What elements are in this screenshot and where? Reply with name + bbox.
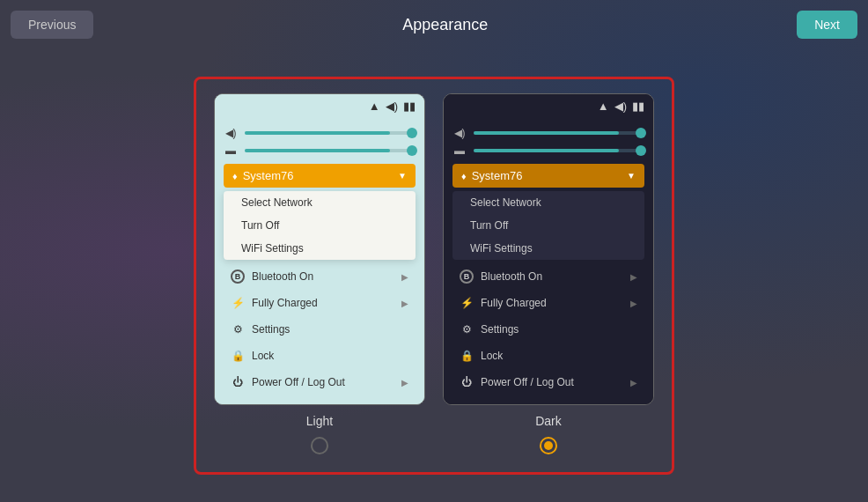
menu-body-light: ◀) ▬ ♦ [215,118,424,404]
br-slider-thumb-dark [636,145,646,156]
menu-body-dark: ◀) ▬ ♦ [444,118,653,404]
menu-item-power-light[interactable]: ⏻ Power Off / Log Out ▶ [224,369,416,395]
slider-row-br-dark: ▬ [452,144,644,157]
power-label-dark: Power Off / Log Out [481,376,623,388]
radio-light[interactable] [311,437,328,454]
vol-slider-thumb-dark [636,128,646,138]
main-content: ▲ ◀) ▮▮ ◀) ▬ [0,49,868,502]
br-slider-fill-dark [474,149,619,152]
br-slider-track-dark[interactable] [474,149,644,152]
wifi-submenu-dark: Select Network Turn Off WiFi Settings [452,191,644,260]
wifi-submenu-light: Select Network Turn Off WiFi Settings [224,191,416,260]
br-slider-icon-light: ▬ [224,144,238,157]
lock-label-light: Lock [252,350,408,362]
menu-item-bluetooth-light[interactable]: B Bluetooth On ▶ [224,263,416,290]
submenu-item-select-network-dark[interactable]: Select Network [452,191,644,214]
wifi-arrow-dark: ▼ [627,171,636,181]
wifi-name-light: System76 [243,169,393,182]
battery-icon-dark: ⚡ [460,296,474,310]
power-arrow-dark: ▶ [630,378,637,388]
settings-icon-dark: ⚙ [460,322,474,336]
bluetooth-icon-dark: B [460,269,474,284]
radio-inner-dark [544,441,553,450]
radio-dark[interactable] [540,437,557,454]
battery-label-dark: Fully Charged [481,297,623,309]
power-icon-dark: ⏻ [460,375,474,389]
vol-slider-icon-light: ◀) [224,127,238,139]
next-button[interactable]: Next [797,11,857,39]
bluetooth-label-light: Bluetooth On [252,270,394,283]
theme-option-dark: ▲ ◀) ▮▮ ◀) ▬ [443,93,654,454]
menu-item-lock-light[interactable]: 🔒 Lock [224,343,416,369]
power-arrow-light: ▶ [401,378,408,388]
vol-status-icon-light: ◀) [386,100,398,113]
lock-icon-dark: 🔒 [460,349,474,363]
phone-mockup-dark: ▲ ◀) ▮▮ ◀) ▬ [443,93,654,405]
menu-item-lock-dark[interactable]: 🔒 Lock [452,343,644,369]
battery-icon-light: ⚡ [231,296,245,310]
bat-status-icon-light: ▮▮ [403,100,416,113]
vol-slider-fill-dark [474,131,619,135]
wifi-arrow-light: ▼ [398,171,407,181]
vol-slider-track-light[interactable] [245,131,416,135]
battery-arrow-dark: ▶ [630,299,637,308]
wifi-dropdown-light[interactable]: ♦ System76 ▼ [224,164,416,188]
selection-box: ▲ ◀) ▮▮ ◀) ▬ [194,77,674,475]
page-title: Appearance [402,16,488,34]
bluetooth-icon-light: B [231,269,245,284]
menu-item-settings-dark[interactable]: ⚙ Settings [452,316,644,343]
menu-item-battery-light[interactable]: ⚡ Fully Charged ▶ [224,290,416,316]
br-slider-track-light[interactable] [245,149,416,152]
menu-item-bluetooth-dark[interactable]: B Bluetooth On ▶ [452,263,644,290]
submenu-item-select-network-light[interactable]: Select Network [224,191,416,214]
br-slider-fill-light [245,149,390,152]
vol-slider-track-dark[interactable] [474,131,644,135]
bluetooth-arrow-light: ▶ [401,272,408,282]
wifi-status-icon-light: ▲ [369,100,380,113]
vol-slider-fill-light [245,131,390,135]
power-label-light: Power Off / Log Out [252,376,394,388]
wifi-dropdown-dark[interactable]: ♦ System76 ▼ [452,164,644,188]
submenu-item-wifi-settings-dark[interactable]: WiFi Settings [452,237,644,260]
theme-option-light: ▲ ◀) ▮▮ ◀) ▬ [214,93,425,454]
lock-icon-light: 🔒 [231,349,245,363]
slider-row-vol-light: ◀) [224,127,416,139]
settings-label-dark: Settings [481,323,637,336]
menu-item-power-dark[interactable]: ⏻ Power Off / Log Out ▶ [452,369,644,395]
lock-label-dark: Lock [481,350,637,362]
slider-row-vol-dark: ◀) [452,127,644,139]
vol-status-icon-dark: ◀) [614,100,627,113]
theme-label-dark: Dark [535,414,562,428]
wifi-status-icon-dark: ▲ [598,100,609,113]
phone-mockup-light: ▲ ◀) ▮▮ ◀) ▬ [214,93,425,405]
bluetooth-label-dark: Bluetooth On [481,270,623,283]
slider-row-br-light: ▬ [224,144,416,157]
battery-arrow-light: ▶ [401,299,408,308]
battery-label-light: Fully Charged [252,297,394,309]
power-icon-light: ⏻ [231,375,245,389]
status-bar-dark: ▲ ◀) ▮▮ [444,94,653,118]
menu-item-battery-dark[interactable]: ⚡ Fully Charged ▶ [452,290,644,316]
vol-slider-icon-dark: ◀) [452,127,467,139]
submenu-item-wifi-settings-light[interactable]: WiFi Settings [224,237,416,260]
vol-slider-thumb-light [407,128,417,138]
br-slider-icon-dark: ▬ [452,144,467,157]
br-slider-thumb-light [407,145,417,156]
previous-button[interactable]: Previous [11,11,93,39]
bluetooth-arrow-dark: ▶ [630,272,637,282]
status-bar-light: ▲ ◀) ▮▮ [215,94,424,118]
theme-label-light: Light [306,414,333,428]
submenu-item-turn-off-light[interactable]: Turn Off [224,214,416,237]
wifi-name-dark: System76 [472,169,622,182]
bat-status-icon-dark: ▮▮ [632,100,644,113]
top-bar: Previous Appearance Next [0,0,868,49]
settings-icon-light: ⚙ [231,322,245,336]
settings-label-light: Settings [252,323,408,336]
menu-item-settings-light[interactable]: ⚙ Settings [224,316,416,343]
submenu-item-turn-off-dark[interactable]: Turn Off [452,214,644,237]
